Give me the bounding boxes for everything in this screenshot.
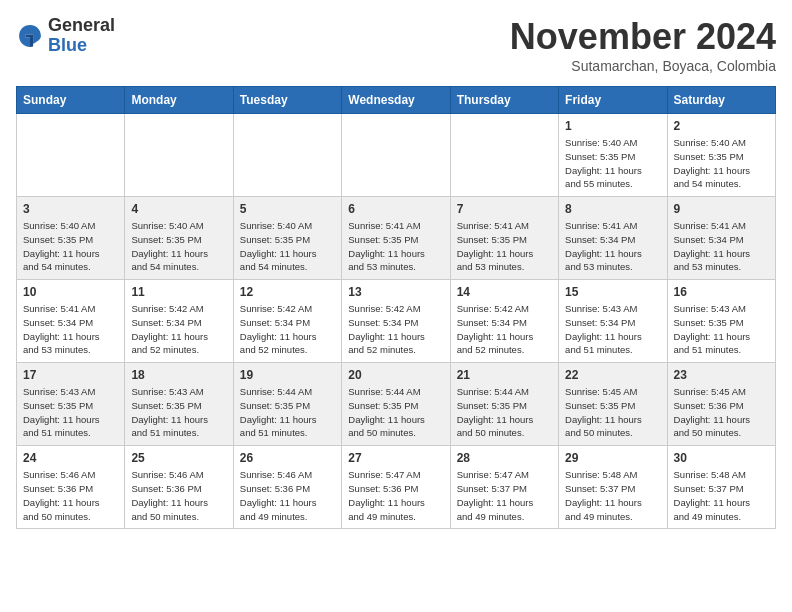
day-number: 19 xyxy=(240,368,335,382)
day-info: Sunrise: 5:41 AM Sunset: 5:34 PM Dayligh… xyxy=(565,219,660,274)
day-number: 29 xyxy=(565,451,660,465)
day-info: Sunrise: 5:44 AM Sunset: 5:35 PM Dayligh… xyxy=(457,385,552,440)
page-header: General Blue November 2024 Sutamarchan, … xyxy=(16,16,776,74)
calendar-cell: 8Sunrise: 5:41 AM Sunset: 5:34 PM Daylig… xyxy=(559,197,667,280)
day-info: Sunrise: 5:44 AM Sunset: 5:35 PM Dayligh… xyxy=(240,385,335,440)
day-info: Sunrise: 5:42 AM Sunset: 5:34 PM Dayligh… xyxy=(240,302,335,357)
day-info: Sunrise: 5:41 AM Sunset: 5:34 PM Dayligh… xyxy=(23,302,118,357)
weekday-header: Tuesday xyxy=(233,87,341,114)
weekday-header: Wednesday xyxy=(342,87,450,114)
day-number: 9 xyxy=(674,202,769,216)
day-number: 12 xyxy=(240,285,335,299)
weekday-header: Thursday xyxy=(450,87,558,114)
day-number: 15 xyxy=(565,285,660,299)
day-number: 25 xyxy=(131,451,226,465)
day-info: Sunrise: 5:43 AM Sunset: 5:34 PM Dayligh… xyxy=(565,302,660,357)
calendar-cell: 3Sunrise: 5:40 AM Sunset: 5:35 PM Daylig… xyxy=(17,197,125,280)
day-number: 18 xyxy=(131,368,226,382)
calendar-cell: 16Sunrise: 5:43 AM Sunset: 5:35 PM Dayli… xyxy=(667,280,775,363)
calendar-cell: 13Sunrise: 5:42 AM Sunset: 5:34 PM Dayli… xyxy=(342,280,450,363)
calendar-cell: 20Sunrise: 5:44 AM Sunset: 5:35 PM Dayli… xyxy=(342,363,450,446)
day-info: Sunrise: 5:42 AM Sunset: 5:34 PM Dayligh… xyxy=(131,302,226,357)
calendar-cell: 2Sunrise: 5:40 AM Sunset: 5:35 PM Daylig… xyxy=(667,114,775,197)
weekday-header: Friday xyxy=(559,87,667,114)
day-info: Sunrise: 5:47 AM Sunset: 5:37 PM Dayligh… xyxy=(457,468,552,523)
day-number: 2 xyxy=(674,119,769,133)
weekday-header: Sunday xyxy=(17,87,125,114)
day-info: Sunrise: 5:41 AM Sunset: 5:35 PM Dayligh… xyxy=(457,219,552,274)
day-number: 3 xyxy=(23,202,118,216)
calendar-body: 1Sunrise: 5:40 AM Sunset: 5:35 PM Daylig… xyxy=(17,114,776,529)
day-number: 30 xyxy=(674,451,769,465)
calendar-cell: 21Sunrise: 5:44 AM Sunset: 5:35 PM Dayli… xyxy=(450,363,558,446)
day-number: 14 xyxy=(457,285,552,299)
calendar-cell xyxy=(342,114,450,197)
logo: General Blue xyxy=(16,16,115,56)
calendar-header: SundayMondayTuesdayWednesdayThursdayFrid… xyxy=(17,87,776,114)
day-number: 13 xyxy=(348,285,443,299)
day-number: 16 xyxy=(674,285,769,299)
day-info: Sunrise: 5:42 AM Sunset: 5:34 PM Dayligh… xyxy=(457,302,552,357)
title-block: November 2024 Sutamarchan, Boyaca, Colom… xyxy=(510,16,776,74)
calendar-week-row: 17Sunrise: 5:43 AM Sunset: 5:35 PM Dayli… xyxy=(17,363,776,446)
calendar-cell: 9Sunrise: 5:41 AM Sunset: 5:34 PM Daylig… xyxy=(667,197,775,280)
calendar-cell: 4Sunrise: 5:40 AM Sunset: 5:35 PM Daylig… xyxy=(125,197,233,280)
calendar-week-row: 24Sunrise: 5:46 AM Sunset: 5:36 PM Dayli… xyxy=(17,446,776,529)
day-number: 11 xyxy=(131,285,226,299)
calendar-cell: 7Sunrise: 5:41 AM Sunset: 5:35 PM Daylig… xyxy=(450,197,558,280)
calendar-cell: 18Sunrise: 5:43 AM Sunset: 5:35 PM Dayli… xyxy=(125,363,233,446)
day-number: 27 xyxy=(348,451,443,465)
day-number: 22 xyxy=(565,368,660,382)
day-number: 24 xyxy=(23,451,118,465)
day-number: 10 xyxy=(23,285,118,299)
month-title: November 2024 xyxy=(510,16,776,58)
calendar-week-row: 10Sunrise: 5:41 AM Sunset: 5:34 PM Dayli… xyxy=(17,280,776,363)
calendar-cell xyxy=(17,114,125,197)
day-info: Sunrise: 5:46 AM Sunset: 5:36 PM Dayligh… xyxy=(23,468,118,523)
day-number: 1 xyxy=(565,119,660,133)
location: Sutamarchan, Boyaca, Colombia xyxy=(510,58,776,74)
calendar-cell: 29Sunrise: 5:48 AM Sunset: 5:37 PM Dayli… xyxy=(559,446,667,529)
weekday-header: Saturday xyxy=(667,87,775,114)
calendar-cell: 25Sunrise: 5:46 AM Sunset: 5:36 PM Dayli… xyxy=(125,446,233,529)
day-info: Sunrise: 5:44 AM Sunset: 5:35 PM Dayligh… xyxy=(348,385,443,440)
day-info: Sunrise: 5:40 AM Sunset: 5:35 PM Dayligh… xyxy=(23,219,118,274)
day-number: 26 xyxy=(240,451,335,465)
calendar-cell: 10Sunrise: 5:41 AM Sunset: 5:34 PM Dayli… xyxy=(17,280,125,363)
calendar-cell: 27Sunrise: 5:47 AM Sunset: 5:36 PM Dayli… xyxy=(342,446,450,529)
day-number: 7 xyxy=(457,202,552,216)
calendar-cell: 28Sunrise: 5:47 AM Sunset: 5:37 PM Dayli… xyxy=(450,446,558,529)
logo-icon xyxy=(16,22,44,50)
day-number: 17 xyxy=(23,368,118,382)
weekday-row: SundayMondayTuesdayWednesdayThursdayFrid… xyxy=(17,87,776,114)
logo-blue: Blue xyxy=(48,35,87,55)
calendar-cell xyxy=(233,114,341,197)
calendar-cell: 22Sunrise: 5:45 AM Sunset: 5:35 PM Dayli… xyxy=(559,363,667,446)
calendar-cell: 19Sunrise: 5:44 AM Sunset: 5:35 PM Dayli… xyxy=(233,363,341,446)
day-info: Sunrise: 5:43 AM Sunset: 5:35 PM Dayligh… xyxy=(131,385,226,440)
day-number: 5 xyxy=(240,202,335,216)
calendar-cell xyxy=(450,114,558,197)
day-info: Sunrise: 5:40 AM Sunset: 5:35 PM Dayligh… xyxy=(674,136,769,191)
day-info: Sunrise: 5:45 AM Sunset: 5:35 PM Dayligh… xyxy=(565,385,660,440)
calendar-cell: 14Sunrise: 5:42 AM Sunset: 5:34 PM Dayli… xyxy=(450,280,558,363)
calendar-cell: 17Sunrise: 5:43 AM Sunset: 5:35 PM Dayli… xyxy=(17,363,125,446)
day-info: Sunrise: 5:41 AM Sunset: 5:35 PM Dayligh… xyxy=(348,219,443,274)
calendar-cell xyxy=(125,114,233,197)
day-info: Sunrise: 5:40 AM Sunset: 5:35 PM Dayligh… xyxy=(240,219,335,274)
calendar-cell: 5Sunrise: 5:40 AM Sunset: 5:35 PM Daylig… xyxy=(233,197,341,280)
calendar-cell: 1Sunrise: 5:40 AM Sunset: 5:35 PM Daylig… xyxy=(559,114,667,197)
day-info: Sunrise: 5:42 AM Sunset: 5:34 PM Dayligh… xyxy=(348,302,443,357)
day-info: Sunrise: 5:47 AM Sunset: 5:36 PM Dayligh… xyxy=(348,468,443,523)
day-info: Sunrise: 5:46 AM Sunset: 5:36 PM Dayligh… xyxy=(240,468,335,523)
calendar-cell: 24Sunrise: 5:46 AM Sunset: 5:36 PM Dayli… xyxy=(17,446,125,529)
logo-text: General Blue xyxy=(48,16,115,56)
day-number: 21 xyxy=(457,368,552,382)
calendar-cell: 15Sunrise: 5:43 AM Sunset: 5:34 PM Dayli… xyxy=(559,280,667,363)
day-number: 8 xyxy=(565,202,660,216)
calendar-week-row: 1Sunrise: 5:40 AM Sunset: 5:35 PM Daylig… xyxy=(17,114,776,197)
calendar-cell: 26Sunrise: 5:46 AM Sunset: 5:36 PM Dayli… xyxy=(233,446,341,529)
day-info: Sunrise: 5:41 AM Sunset: 5:34 PM Dayligh… xyxy=(674,219,769,274)
calendar-cell: 6Sunrise: 5:41 AM Sunset: 5:35 PM Daylig… xyxy=(342,197,450,280)
day-number: 23 xyxy=(674,368,769,382)
